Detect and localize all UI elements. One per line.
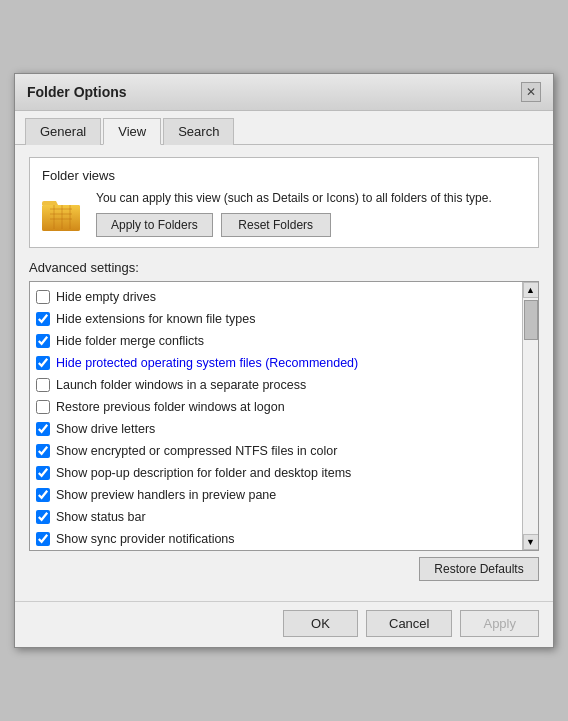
setting-label: Show encrypted or compressed NTFS files …	[56, 444, 337, 458]
setting-checkbox[interactable]	[36, 378, 50, 392]
setting-checkbox[interactable]	[36, 290, 50, 304]
title-bar: Folder Options ✕	[15, 74, 553, 111]
setting-label: Show sync provider notifications	[56, 532, 235, 546]
folder-views-description: You can apply this view (such as Details…	[96, 191, 526, 205]
cancel-button[interactable]: Cancel	[366, 610, 452, 637]
footer-buttons: OK Cancel Apply	[15, 601, 553, 647]
setting-item: Restore previous folder windows at logon	[30, 396, 522, 418]
settings-list-container: Hide empty drivesHide extensions for kno…	[29, 281, 539, 551]
setting-label: Show pop-up description for folder and d…	[56, 466, 351, 480]
folder-svg	[42, 195, 82, 233]
scroll-up-button[interactable]: ▲	[523, 282, 539, 298]
advanced-settings-label: Advanced settings:	[29, 260, 539, 275]
tab-view[interactable]: View	[103, 118, 161, 145]
setting-checkbox[interactable]	[36, 334, 50, 348]
folder-icon	[42, 195, 82, 233]
tab-general[interactable]: General	[25, 118, 101, 145]
setting-checkbox[interactable]	[36, 312, 50, 326]
setting-label: Hide empty drives	[56, 290, 156, 304]
setting-checkbox[interactable]	[36, 400, 50, 414]
apply-button[interactable]: Apply	[460, 610, 539, 637]
setting-item: Show pop-up description for folder and d…	[30, 462, 522, 484]
setting-label: Show status bar	[56, 510, 146, 524]
setting-checkbox[interactable]	[36, 422, 50, 436]
tab-bar: General View Search	[15, 111, 553, 145]
setting-checkbox[interactable]	[36, 510, 50, 524]
tab-search[interactable]: Search	[163, 118, 234, 145]
reset-folders-button[interactable]: Reset Folders	[221, 213, 331, 237]
setting-checkbox[interactable]	[36, 532, 50, 546]
setting-item: Show drive letters	[30, 418, 522, 440]
setting-item: Hide protected operating system files (R…	[30, 352, 522, 374]
setting-item: Show status bar	[30, 506, 522, 528]
setting-item: Show encrypted or compressed NTFS files …	[30, 440, 522, 462]
dialog-title: Folder Options	[27, 84, 127, 100]
settings-list: Hide empty drivesHide extensions for kno…	[30, 282, 522, 550]
apply-to-folders-button[interactable]: Apply to Folders	[96, 213, 213, 237]
bottom-section: Restore Defaults	[29, 551, 539, 589]
setting-checkbox[interactable]	[36, 488, 50, 502]
setting-checkbox[interactable]	[36, 466, 50, 480]
scrollbar[interactable]: ▲ ▼	[522, 282, 538, 550]
setting-label: Show preview handlers in preview pane	[56, 488, 276, 502]
scroll-down-button[interactable]: ▼	[523, 534, 539, 550]
setting-label: Hide extensions for known file types	[56, 312, 255, 326]
setting-label: Hide protected operating system files (R…	[56, 356, 358, 370]
setting-label: Show drive letters	[56, 422, 155, 436]
folder-views-title: Folder views	[42, 168, 526, 183]
setting-item: Launch folder windows in a separate proc…	[30, 374, 522, 396]
setting-label: Restore previous folder windows at logon	[56, 400, 285, 414]
folder-views-right: You can apply this view (such as Details…	[96, 191, 526, 237]
scrollbar-thumb[interactable]	[524, 300, 538, 340]
setting-checkbox[interactable]	[36, 444, 50, 458]
ok-button[interactable]: OK	[283, 610, 358, 637]
setting-checkbox[interactable]	[36, 356, 50, 370]
dialog-body: Folder views	[15, 145, 553, 601]
setting-item: Show preview handlers in preview pane	[30, 484, 522, 506]
setting-item: Hide empty drives	[30, 286, 522, 308]
folder-views-section: Folder views	[29, 157, 539, 248]
folder-options-dialog: Folder Options ✕ General View Search Fol…	[14, 73, 554, 648]
setting-item: Show sync provider notifications	[30, 528, 522, 550]
restore-defaults-button[interactable]: Restore Defaults	[419, 557, 539, 581]
setting-item: Hide folder merge conflicts	[30, 330, 522, 352]
setting-label: Hide folder merge conflicts	[56, 334, 204, 348]
folder-views-buttons: Apply to Folders Reset Folders	[96, 213, 526, 237]
setting-item: Hide extensions for known file types	[30, 308, 522, 330]
folder-views-content: You can apply this view (such as Details…	[42, 191, 526, 237]
setting-label: Launch folder windows in a separate proc…	[56, 378, 306, 392]
close-button[interactable]: ✕	[521, 82, 541, 102]
